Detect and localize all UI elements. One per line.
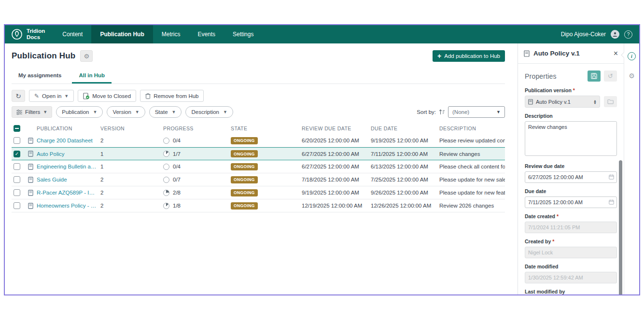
trash-icon — [145, 93, 151, 99]
column-header-publication[interactable]: PUBLICATION — [26, 126, 98, 131]
chevron-down-icon: ▼ — [172, 110, 176, 114]
nav-item-settings[interactable]: Settings — [224, 25, 262, 43]
document-icon — [28, 203, 33, 209]
column-header-review-due-date[interactable]: REVIEW DUE DATE — [300, 126, 369, 131]
table-row[interactable]: Charge 200 Datasheet20/4ONGOING6/20/2025… — [12, 134, 505, 147]
publication-link[interactable]: Engineering Bulletin a0008... — [37, 164, 97, 169]
undo-icon: ↺ — [608, 72, 613, 80]
description-textarea[interactable]: Review changes — [525, 121, 617, 156]
progress-label: 1/8 — [173, 203, 181, 209]
state-badge: ONGOING — [231, 163, 258, 170]
publication-link[interactable]: Auto Policy — [37, 151, 65, 157]
review-due-date-input[interactable] — [525, 171, 617, 183]
publication-link[interactable]: R-Pacer AZQ589P - Instruc... — [37, 190, 97, 196]
column-header-description[interactable]: DESCRIPTION — [437, 126, 505, 131]
plus-icon: + — [437, 54, 441, 58]
column-header-version[interactable]: VERSION — [98, 126, 161, 131]
nav-item-metrics[interactable]: Metrics — [153, 25, 189, 43]
publication-link[interactable]: Homeowners Policy - Stand... — [37, 203, 97, 209]
spinner-icon[interactable]: ▲▼ — [593, 99, 597, 104]
chevron-down-icon: ▼ — [64, 94, 69, 98]
hub-settings-gear-icon[interactable]: ⚙ — [80, 50, 93, 62]
row-checkbox[interactable] — [14, 202, 20, 209]
app-window: Tridion Docs Content Publication Hub Met… — [4, 24, 640, 295]
state-badge: ONGOING — [231, 189, 258, 196]
filters-button[interactable]: Filters ▼ — [12, 106, 52, 118]
calendar-icon[interactable] — [609, 199, 614, 205]
publication-link[interactable]: Charge 200 Datasheet — [37, 138, 93, 143]
document-icon — [28, 138, 33, 144]
browse-folder-button[interactable] — [604, 96, 617, 107]
tab-all-in-hub[interactable]: All in Hub — [72, 70, 112, 84]
document-icon — [28, 177, 33, 183]
chevron-down-icon: ▼ — [223, 110, 227, 114]
row-checkbox[interactable] — [14, 137, 20, 144]
info-icon[interactable]: i — [628, 52, 636, 60]
help-icon[interactable]: ? — [624, 30, 632, 39]
toolbar: ↻ ✎ Open in ▼ Move to Closed Remove from… — [12, 90, 513, 102]
user-avatar-icon[interactable] — [611, 30, 619, 39]
due-date-cell: 9/19/2025 12:00:00 AM — [369, 138, 437, 143]
table-row[interactable]: Homeowners Policy - Stand...21/8ONGOING1… — [12, 199, 505, 212]
due-date-cell: 9/26/2025 12:00:00 AM — [369, 190, 437, 196]
chevron-down-icon: ▼ — [496, 110, 501, 114]
row-checkbox[interactable]: ✓ — [14, 151, 20, 157]
table-row[interactable]: Engineering Bulletin a0008...10/4ONGOING… — [12, 160, 505, 173]
remove-from-hub-button[interactable]: Remove from Hub — [140, 90, 204, 102]
select-all-checkbox[interactable] — [14, 125, 20, 132]
description-cell: Review changes — [437, 151, 505, 157]
column-header-due-date[interactable]: DUE DATE — [369, 126, 437, 131]
document-icon — [28, 190, 33, 196]
tridion-docs-logo-icon — [11, 28, 23, 41]
chevron-down-icon: ▼ — [93, 110, 98, 114]
due-date-cell: 7/11/2025 12:00:00 AM — [369, 151, 437, 157]
save-button[interactable] — [588, 70, 601, 82]
row-checkbox[interactable] — [14, 176, 20, 183]
filter-row: Filters ▼ Publication▼ Version▼ State▼ D… — [12, 106, 505, 118]
nav-item-content[interactable]: Content — [54, 25, 91, 43]
filter-pill-publication[interactable]: Publication▼ — [56, 106, 103, 118]
tab-my-assignments[interactable]: My assignments — [12, 70, 68, 84]
row-checkbox[interactable] — [14, 163, 20, 170]
filter-pill-state[interactable]: State▼ — [149, 106, 182, 118]
move-to-closed-button[interactable]: Move to Closed — [78, 90, 136, 102]
filter-pill-description[interactable]: Description▼ — [185, 106, 233, 118]
publication-link[interactable]: Sales Guide — [37, 177, 67, 182]
nav-item-events[interactable]: Events — [189, 25, 224, 43]
version-cell: 1 — [98, 164, 161, 169]
panel-scrollbar[interactable] — [619, 160, 622, 294]
column-header-progress[interactable]: PROGRESS — [161, 126, 229, 131]
due-date-cell: 7/25/2025 12:00:00 AM — [369, 177, 437, 182]
review-due-date-cell: 9/19/2025 12:00:00 AM — [300, 190, 369, 196]
panel-title: Auto Policy v.1 — [533, 50, 580, 57]
nav-item-publication-hub[interactable]: Publication Hub — [91, 25, 153, 43]
publication-version-select[interactable]: Auto Policy v.1 ▲▼ — [525, 96, 600, 108]
review-due-date-cell: 6/20/2025 12:00:00 AM — [300, 138, 369, 143]
row-checkbox[interactable] — [14, 189, 20, 196]
gear-icon[interactable]: ⚙ — [629, 72, 635, 80]
sort-select[interactable]: (None) ▼ — [448, 106, 505, 118]
publication-document-icon — [524, 50, 530, 57]
close-icon[interactable]: × — [614, 50, 618, 57]
add-publication-button[interactable]: + Add publication to Hub — [433, 50, 505, 62]
table-row[interactable]: R-Pacer AZQ589P - Instruc...22/8ONGOING9… — [12, 186, 505, 199]
column-header-state[interactable]: STATE — [229, 126, 300, 131]
sort-order-icon[interactable] — [439, 109, 445, 115]
table-row[interactable]: ✓Auto Policy11/7ONGOING6/27/2025 12:00:0… — [12, 147, 505, 160]
table-row[interactable]: Sales Guide20/7ONGOING7/18/2025 12:00:00… — [12, 173, 505, 186]
progress-label: 1/7 — [173, 151, 181, 157]
document-icon — [28, 138, 33, 144]
calendar-icon[interactable] — [609, 174, 614, 180]
review-due-date-cell: 6/27/2025 12:00:00 AM — [300, 151, 369, 157]
undo-button[interactable]: ↺ — [604, 70, 617, 82]
filter-pill-version[interactable]: Version▼ — [107, 106, 145, 118]
refresh-button[interactable]: ↻ — [12, 90, 25, 102]
document-check-icon — [83, 93, 89, 99]
review-due-date-label: Review due date — [525, 163, 617, 169]
version-cell: 1 — [98, 151, 161, 157]
top-navigation: Tridion Docs Content Publication Hub Met… — [5, 25, 639, 43]
scrollbar-thumb[interactable] — [619, 160, 622, 294]
due-date-input[interactable] — [525, 196, 617, 208]
user-name[interactable]: Dipo Ajose-Coker — [561, 31, 606, 38]
open-in-button[interactable]: ✎ Open in ▼ — [29, 90, 74, 102]
